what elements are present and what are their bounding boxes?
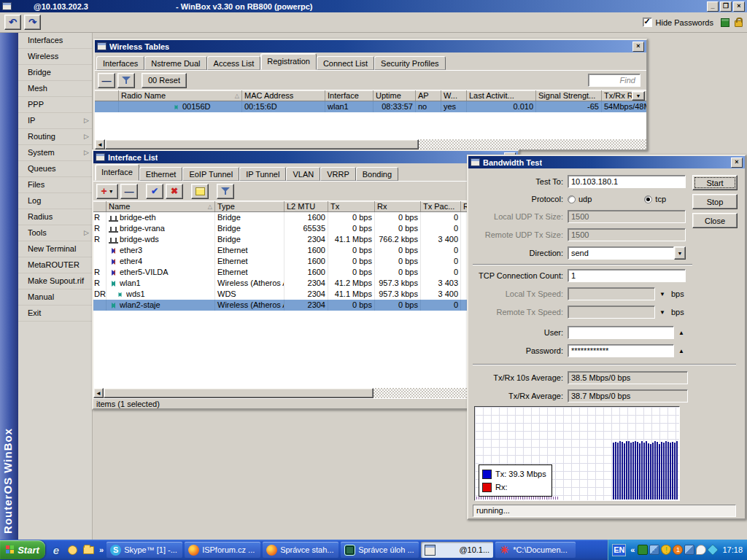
minimize-button[interactable]: _	[707, 1, 719, 12]
col-tx-packet[interactable]: Tx Pac...	[421, 201, 461, 211]
tab-interfaces[interactable]: Interfaces	[96, 56, 144, 70]
filter-button[interactable]	[117, 73, 135, 88]
col-uptime[interactable]: Uptime	[374, 90, 416, 101]
collapse-icon[interactable]: ▲	[678, 348, 684, 354]
interface-row[interactable]: R ether5-VILDA Ethernet 1600 0 bps 0 bps…	[93, 267, 518, 278]
add-button[interactable]: +▼	[96, 184, 118, 199]
network-tray-icon[interactable]	[684, 545, 694, 555]
col-tx[interactable]: Tx	[328, 201, 375, 211]
sidebar-item-ip[interactable]: IP▷	[18, 113, 92, 129]
vnc-tray-icon[interactable]	[638, 545, 648, 555]
sidebar-item-system[interactable]: System▷	[18, 145, 92, 161]
column-select-button[interactable]: ▼	[632, 91, 645, 101]
tab-ethernet[interactable]: Ethernet	[139, 167, 183, 181]
scrollbar-thumb[interactable]	[105, 139, 419, 149]
disable-button[interactable]: ✖	[166, 184, 183, 199]
interface-hscrollbar[interactable]: ◄	[93, 388, 518, 398]
close-button[interactable]: ×	[733, 1, 745, 12]
col-name[interactable]: Name△	[107, 201, 215, 211]
tab-vrrp[interactable]: VRRP	[320, 167, 356, 181]
tab-eoip-tunnel[interactable]: EoIP Tunnel	[182, 167, 239, 181]
registration-row[interactable]: 00156D 00:15:6D wlan1 08:33:57 no yes 0.…	[95, 101, 646, 112]
quick-launch-overflow-icon[interactable]: »	[99, 545, 104, 554]
interface-row[interactable]: ether4 Ethernet 1600 0 bps 0 bps 0	[93, 256, 518, 267]
sidebar-item-tools[interactable]: Tools▷	[18, 225, 92, 241]
tray-collapse-icon[interactable]: «	[630, 545, 635, 554]
direction-select[interactable]: send	[568, 246, 674, 260]
col-type[interactable]: Type	[215, 201, 285, 211]
sidebar-item-radius[interactable]: Radius	[18, 209, 92, 225]
folder-icon[interactable]	[82, 543, 95, 556]
language-indicator[interactable]: EN	[612, 544, 626, 556]
close-button[interactable]: Close	[692, 213, 738, 228]
undo-button[interactable]: ↶	[4, 15, 21, 30]
col-ap[interactable]: AP	[416, 90, 441, 101]
tab-ip-tunnel[interactable]: IP Tunnel	[239, 167, 286, 181]
network-tray-icon[interactable]	[649, 545, 659, 555]
sidebar-item-ppp[interactable]: PPP	[18, 97, 92, 113]
tab-interface[interactable]: Interface	[95, 164, 139, 181]
tcp-radio[interactable]	[644, 195, 652, 203]
tcp-connection-count-input[interactable]: 1	[568, 269, 686, 282]
maximize-button[interactable]: ❐	[720, 1, 732, 12]
user-input[interactable]	[568, 326, 674, 339]
col-interface[interactable]: Interface	[325, 90, 374, 101]
wireless-hscrollbar[interactable]: ◄	[95, 139, 646, 149]
test-to-input[interactable]: 10.103.180.1	[568, 175, 686, 188]
collapse-icon[interactable]: ▲	[678, 330, 684, 336]
sidebar-item-mesh[interactable]: Mesh	[18, 81, 92, 97]
task-winbox-active[interactable]: @10.1...	[421, 542, 493, 558]
redo-button[interactable]: ↷	[24, 15, 41, 30]
main-window-titlebar[interactable]: @10.103.202.3 - WinBox v3.30 on RB800 (p…	[0, 0, 747, 12]
sidebar-item-exit[interactable]: Exit	[18, 306, 92, 322]
hide-passwords-checkbox[interactable]	[643, 18, 652, 27]
remove-button[interactable]: —	[98, 73, 115, 88]
close-icon[interactable]: ×	[632, 42, 644, 52]
security-shield-icon[interactable]: !	[661, 545, 671, 555]
internet-explorer-icon[interactable]: e	[50, 543, 63, 556]
interface-row[interactable]: R bridge-vrana Bridge 65535 0 bps 0 bps …	[93, 223, 518, 234]
dropdown-icon[interactable]: ▼	[674, 246, 686, 260]
start-button[interactable]: Start	[692, 175, 738, 190]
start-button[interactable]: Start	[0, 540, 45, 559]
col-last-activity[interactable]: Last Activit...	[467, 90, 536, 101]
updates-tray-icon[interactable]: 1	[673, 545, 683, 555]
sidebar-item-interfaces[interactable]: Interfaces	[18, 33, 92, 49]
sidebar-item-make-supout[interactable]: Make Supout.rif	[18, 273, 92, 289]
interface-row[interactable]: ether3 Ethernet 1600 0 bps 0 bps 0	[93, 245, 518, 256]
taskbar-clock[interactable]: 17:18	[722, 545, 743, 554]
interface-row[interactable]: R wlan1 Wireless (Atheros AR5... 2304 41…	[93, 278, 518, 289]
sidebar-item-wireless[interactable]: Wireless	[18, 49, 92, 65]
interface-row-selected[interactable]: wlan2-staje Wireless (Atheros AR5... 230…	[93, 300, 518, 311]
tab-vlan[interactable]: VLAN	[286, 167, 320, 181]
enable-button[interactable]: ✔	[146, 184, 163, 199]
interface-row[interactable]: R bridge-wds Bridge 2304 41.1 Mbps 766.2…	[93, 234, 518, 245]
col-l2mtu[interactable]: L2 MTU	[285, 201, 328, 211]
interface-list-titlebar[interactable]: Interface List ×	[93, 151, 518, 163]
task-ispforum[interactable]: ISPforum.cz ...	[185, 542, 260, 558]
col-flags[interactable]	[95, 90, 119, 101]
scrollbar-thumb[interactable]	[104, 388, 374, 398]
pen-tray-icon[interactable]	[708, 544, 719, 556]
sidebar-item-routing[interactable]: Routing▷	[18, 129, 92, 145]
sidebar-item-manual[interactable]: Manual	[18, 289, 92, 306]
sidebar-item-metarouter[interactable]: MetaROUTER	[18, 257, 92, 273]
col-wds[interactable]: W...	[441, 90, 467, 101]
bandwidth-test-titlebar[interactable]: Bandwidth Test ×	[468, 156, 745, 168]
dropdown-icon[interactable]: ▼	[659, 309, 665, 316]
task-skype[interactable]: S Skype™ [1] -...	[107, 542, 182, 558]
tab-nstreme-dual[interactable]: Nstreme Dual	[144, 56, 206, 70]
tab-access-list[interactable]: Access List	[207, 56, 261, 70]
udp-radio[interactable]	[568, 195, 576, 203]
close-icon[interactable]: ×	[731, 158, 743, 168]
sidebar-item-log[interactable]: Log	[18, 193, 92, 209]
comment-button[interactable]	[191, 184, 209, 199]
find-button[interactable]: Find	[588, 74, 640, 87]
col-radio-name[interactable]: Radio Name△	[119, 90, 242, 101]
sidebar-item-new-terminal[interactable]: New Terminal	[18, 241, 92, 257]
sidebar-item-queues[interactable]: Queues	[18, 161, 92, 177]
stop-button[interactable]: Stop	[692, 194, 738, 209]
wireless-tables-titlebar[interactable]: Wireless Tables ×	[95, 40, 646, 52]
col-mac-address[interactable]: MAC Address	[242, 90, 325, 101]
col-rx[interactable]: Rx	[375, 201, 421, 211]
